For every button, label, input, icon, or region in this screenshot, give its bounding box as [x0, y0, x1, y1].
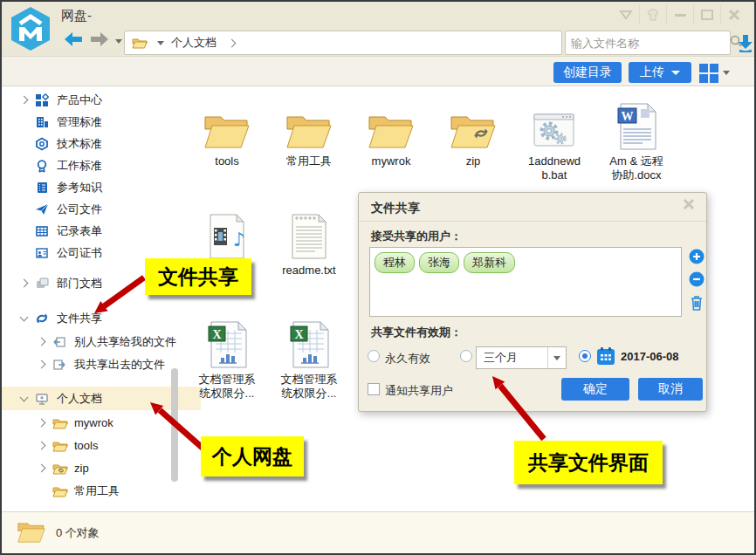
sidebar-item-record-forms[interactable]: 记录表单 [2, 220, 201, 242]
chevron-right-icon[interactable] [20, 96, 29, 105]
recipient-tag[interactable]: 张海 [419, 252, 459, 273]
forward-icon[interactable] [89, 31, 110, 51]
period-select[interactable]: 三个月 [476, 346, 567, 369]
file-doc-mgmt-xls-2[interactable]: X 文档管理系 统权限分... [270, 318, 348, 401]
file-readme-txt[interactable]: readme.txt [270, 209, 348, 278]
file-label: tools [188, 154, 266, 168]
sidebar-item-shared-by-me[interactable]: 我共享出去的文件 [2, 353, 218, 375]
sidebar-item-file-share[interactable]: 文件共享 [2, 307, 201, 329]
date-value: 2017-06-08 [621, 350, 679, 363]
sidebar-item-shared-to-me[interactable]: 别人共享给我的文件 [2, 331, 218, 353]
sidebar-item-common-tools[interactable]: 常用工具 [2, 480, 218, 502]
notify-checkbox[interactable] [368, 383, 380, 395]
recipient-tag[interactable]: 程林 [375, 252, 415, 273]
calendar-icon[interactable] [596, 346, 615, 368]
annotation-text: 共享文件界面 [528, 449, 649, 476]
chevron-right-icon[interactable] [38, 419, 46, 428]
book-icon [35, 181, 52, 195]
annotation-text: 文件共享 [158, 264, 238, 291]
recipients-listbox[interactable]: 程林 张海 郑新科 [369, 247, 682, 317]
file-mywrok[interactable]: mywrok [352, 99, 430, 168]
paper-plane-icon [35, 202, 52, 216]
breadcrumb-chevron-icon[interactable] [228, 38, 237, 47]
ok-button[interactable]: 确定 [561, 378, 629, 401]
object-count: 0 个对象 [56, 525, 100, 541]
sidebar-item-company-files[interactable]: 公司文件 [2, 198, 201, 220]
maximize-icon[interactable] [693, 5, 720, 24]
medal-icon [35, 159, 52, 173]
chevron-right-icon[interactable] [38, 442, 46, 450]
remove-recipient-icon[interactable] [689, 271, 704, 290]
file-tools[interactable]: tools [188, 99, 266, 168]
chevron-right-icon[interactable] [20, 279, 29, 288]
department-icon [35, 277, 52, 291]
breadcrumb[interactable]: 个人文档 [124, 31, 562, 55]
view-mode-caret-icon[interactable] [723, 71, 730, 75]
window-controls [613, 4, 747, 25]
file-label: 1addnewd b.bat [515, 154, 594, 182]
chevron-down-icon[interactable] [20, 394, 29, 402]
close-icon[interactable] [720, 5, 747, 24]
sidebar-scrollbar[interactable] [171, 368, 178, 482]
create-directory-button[interactable]: 创建目录 [553, 62, 622, 83]
cancel-button[interactable]: 取消 [638, 378, 703, 401]
add-recipient-icon[interactable] [689, 249, 704, 267]
view-mode-grid-icon[interactable] [699, 64, 718, 83]
permanent-radio[interactable] [368, 350, 380, 362]
batch-file-icon [515, 99, 594, 150]
menu-dropdown-icon[interactable] [613, 5, 639, 24]
sidebar-item-label: 我共享出去的文件 [74, 357, 165, 373]
chevron-right-icon[interactable] [38, 360, 46, 369]
dialog-close-icon[interactable] [682, 197, 699, 215]
sidebar-item-technical-standards[interactable]: 技术标准 [2, 133, 201, 154]
file-am-remote-docx[interactable]: W Am & 远程 协助.docx [597, 99, 676, 182]
file-zip[interactable]: zip [434, 99, 512, 168]
download-icon[interactable] [737, 33, 754, 56]
folder-icon [52, 439, 70, 453]
personal-docs-icon [35, 392, 52, 406]
file-label: zip [434, 154, 512, 168]
validity-label: 共享文件有效期： [371, 325, 462, 340]
status-folder-icon [16, 519, 47, 547]
sidebar-item-label: tools [74, 439, 98, 452]
dialog-title: 文件共享 [371, 201, 420, 216]
date-radio[interactable] [579, 350, 591, 362]
period-radio[interactable] [460, 350, 472, 362]
breadcrumb-folder-icon [132, 36, 149, 50]
breadcrumb-dropdown-icon[interactable] [157, 41, 164, 45]
permanent-label: 永久有效 [385, 351, 430, 367]
folder-sync-icon [52, 462, 70, 476]
sidebar-item-label: 记录表单 [57, 223, 102, 239]
chevron-down-icon[interactable] [20, 313, 29, 322]
sidebar-item-product-center[interactable]: 产品中心 [2, 89, 201, 111]
sidebar-item-management-standards[interactable]: 管理标准 [2, 111, 201, 133]
folder-icon [352, 99, 430, 150]
window-title: 网盘- [61, 8, 92, 24]
folder-icon [52, 484, 70, 498]
search-input[interactable] [566, 37, 730, 50]
sidebar-item-tools[interactable]: tools [2, 435, 218, 456]
minimize-icon[interactable] [666, 5, 693, 24]
folder-icon [52, 416, 70, 430]
select-caret-icon[interactable] [547, 347, 566, 368]
recipient-tag[interactable]: 郑新科 [464, 252, 515, 273]
file-common-tools[interactable]: 常用工具 [270, 99, 348, 168]
chevron-right-icon[interactable] [38, 338, 46, 346]
file-media[interactable]: ♪ [188, 209, 266, 259]
sidebar-item-work-standards[interactable]: 工作标准 [2, 154, 201, 176]
sidebar-item-reference-knowledge[interactable]: 参考知识 [2, 176, 201, 198]
file-doc-mgmt-xls-1[interactable]: X 文档管理系 统权限分... [188, 318, 266, 401]
notify-label: 通知共享用户 [385, 383, 453, 399]
breadcrumb-current-folder[interactable]: 个人文档 [171, 35, 216, 51]
back-icon[interactable] [63, 31, 84, 51]
sidebar-item-label: 技术标准 [57, 136, 102, 152]
skin-icon[interactable] [639, 5, 666, 24]
forward-history-caret-icon[interactable] [115, 39, 122, 44]
sidebar-item-zip[interactable]: zip [2, 457, 218, 479]
clear-recipients-trash-icon[interactable] [689, 294, 704, 314]
sidebar-item-label: 常用工具 [74, 483, 120, 499]
file-1addnewdb-bat[interactable]: 1addnewd b.bat [515, 99, 594, 182]
chevron-right-icon[interactable] [38, 464, 46, 473]
upload-button[interactable]: 上传 [629, 62, 691, 83]
sidebar-item-mywrok[interactable]: mywrok [2, 412, 218, 434]
